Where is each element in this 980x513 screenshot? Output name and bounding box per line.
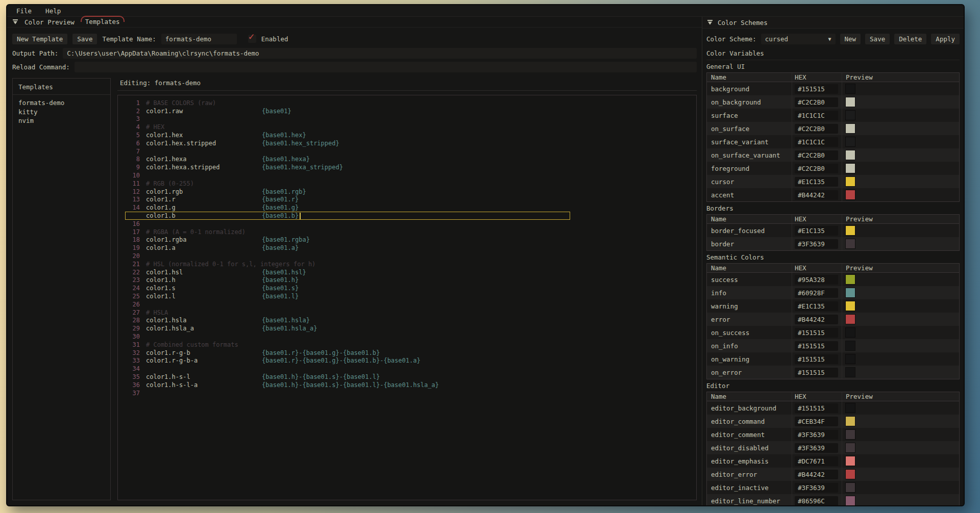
hex-input[interactable]: #95A328 bbox=[795, 275, 838, 285]
hex-input[interactable]: #151515 bbox=[795, 84, 838, 94]
color-swatch[interactable] bbox=[846, 111, 855, 120]
color-swatch[interactable] bbox=[846, 239, 855, 248]
hex-input[interactable]: #C2C2B0 bbox=[795, 124, 838, 134]
save-template-button[interactable]: Save bbox=[72, 34, 97, 44]
code-line-15[interactable]: 15color1.b{base01.b} bbox=[118, 212, 696, 220]
hex-input[interactable]: #E1C135 bbox=[795, 177, 838, 187]
color-swatch[interactable] bbox=[846, 124, 855, 133]
code-line-29[interactable]: 29color1.hsla_a{base01.hsla_a} bbox=[118, 324, 696, 332]
color-swatch[interactable] bbox=[846, 288, 855, 297]
tab-templates[interactable]: Templates bbox=[81, 17, 125, 27]
color-swatch[interactable] bbox=[846, 403, 855, 413]
code-line-31[interactable]: 31# Combined custom formats bbox=[118, 341, 696, 349]
new-template-button[interactable]: New Template bbox=[12, 34, 67, 44]
color-swatch[interactable] bbox=[846, 150, 855, 160]
code-line-25[interactable]: 25color1.l{base01.l} bbox=[118, 292, 696, 300]
code-line-19[interactable]: 19color1.a{base01.a} bbox=[118, 244, 696, 252]
template-item-kitty[interactable]: kitty bbox=[18, 108, 105, 117]
color-swatch[interactable] bbox=[846, 315, 855, 324]
hex-input[interactable]: #C2C2B0 bbox=[795, 97, 838, 107]
color-swatch[interactable] bbox=[846, 226, 855, 235]
code-line-16[interactable]: 16 bbox=[118, 220, 696, 228]
color-swatch[interactable] bbox=[846, 190, 855, 199]
code-line-11[interactable]: 11# RGB (0-255) bbox=[118, 179, 696, 188]
code-line-18[interactable]: 18color1.rgba{base01.rgba} bbox=[118, 236, 696, 244]
color-swatch[interactable] bbox=[846, 470, 855, 479]
code-line-26[interactable]: 26 bbox=[118, 300, 696, 309]
code-line-4[interactable]: 4# HEX bbox=[118, 123, 696, 131]
hex-input[interactable]: #DC7671 bbox=[795, 456, 838, 466]
hex-input[interactable]: #E1C135 bbox=[795, 226, 838, 236]
code-line-13[interactable]: 13color1.r{base01.r} bbox=[118, 196, 696, 204]
hex-input[interactable]: #1C1C1C bbox=[795, 111, 838, 120]
menu-help[interactable]: Help bbox=[45, 7, 61, 15]
code-line-22[interactable]: 22color1.hsl{base01.hsl} bbox=[118, 268, 696, 276]
code-line-10[interactable]: 10 bbox=[118, 171, 696, 179]
collapse-arrow-icon[interactable] bbox=[12, 19, 18, 25]
hex-input[interactable]: #60928F bbox=[795, 288, 838, 298]
hex-input[interactable]: #3F3639 bbox=[795, 443, 838, 453]
code-editor[interactable]: 1# BASE COLORS (raw)2color1.raw{base01}3… bbox=[117, 95, 697, 500]
hex-input[interactable]: #B44242 bbox=[795, 190, 838, 200]
hex-input[interactable]: #C2C2B0 bbox=[795, 150, 838, 160]
code-line-1[interactable]: 1# BASE COLORS (raw) bbox=[118, 99, 696, 107]
code-line-14[interactable]: 14color1.g{base01.g} bbox=[118, 203, 696, 212]
code-line-12[interactable]: 12color1.rgb{base01.rgb} bbox=[118, 188, 696, 196]
color-swatch[interactable] bbox=[846, 177, 855, 186]
color-swatch[interactable] bbox=[846, 84, 855, 93]
code-line-2[interactable]: 2color1.raw{base01} bbox=[118, 107, 696, 115]
code-line-33[interactable]: 33color1.r-g-b-a{base01.r}-{base01.g}-{b… bbox=[118, 357, 696, 365]
menu-file[interactable]: File bbox=[16, 7, 32, 15]
color-swatch[interactable] bbox=[846, 483, 855, 492]
color-swatch[interactable] bbox=[846, 368, 855, 377]
scheme-combo[interactable]: cursed ▼ bbox=[761, 34, 836, 44]
collapse-arrow-icon[interactable] bbox=[707, 19, 713, 25]
scheme-save-button[interactable]: Save bbox=[865, 34, 890, 44]
hex-input[interactable]: #E1C135 bbox=[795, 301, 838, 311]
hex-input[interactable]: #3F3639 bbox=[795, 430, 838, 440]
hex-input[interactable]: #151515 bbox=[795, 403, 838, 413]
hex-input[interactable]: #151515 bbox=[795, 341, 838, 351]
template-item-nvim[interactable]: nvim bbox=[18, 116, 105, 125]
color-swatch[interactable] bbox=[846, 275, 855, 284]
hex-input[interactable]: #86596C bbox=[795, 496, 838, 506]
code-line-3[interactable]: 3 bbox=[118, 115, 696, 123]
color-swatch[interactable] bbox=[846, 456, 855, 466]
code-line-17[interactable]: 17# RGBA (A = 0-1 normalized) bbox=[118, 228, 696, 236]
scheme-new-button[interactable]: New bbox=[840, 34, 861, 44]
template-item-formats-demo[interactable]: formats-demo bbox=[18, 98, 105, 108]
hex-input[interactable]: #151515 bbox=[795, 328, 838, 338]
scheme-apply-button[interactable]: Apply bbox=[931, 34, 960, 44]
color-swatch[interactable] bbox=[846, 164, 855, 173]
hex-input[interactable]: #B44242 bbox=[795, 470, 838, 479]
hex-input[interactable]: #3F3639 bbox=[795, 483, 838, 493]
color-swatch[interactable] bbox=[846, 443, 855, 452]
hex-input[interactable]: #151515 bbox=[795, 368, 838, 377]
code-line-21[interactable]: 21# HSL (normalized 0-1 for s,l, integer… bbox=[118, 260, 696, 268]
code-line-30[interactable]: 30 bbox=[118, 332, 696, 341]
hex-input[interactable]: #151515 bbox=[795, 354, 838, 364]
hex-input[interactable]: #CEB34F bbox=[795, 417, 838, 426]
code-line-36[interactable]: 36color1.h-s-l-a{base01.h}-{base01.s}-{b… bbox=[118, 381, 696, 389]
active-line-input[interactable]: color1.b{base01.b} bbox=[125, 212, 570, 220]
hex-input[interactable]: #B44242 bbox=[795, 315, 838, 324]
color-schemes-header[interactable]: Color Schemes bbox=[702, 17, 964, 29]
code-line-24[interactable]: 24color1.s{base01.s} bbox=[118, 284, 696, 292]
hex-input[interactable]: #C2C2B0 bbox=[795, 164, 838, 173]
scheme-delete-button[interactable]: Delete bbox=[894, 34, 926, 44]
code-line-20[interactable]: 20 bbox=[118, 252, 696, 260]
hex-input[interactable]: #3F3639 bbox=[795, 239, 838, 249]
color-swatch[interactable] bbox=[846, 430, 855, 439]
code-line-37[interactable]: 37 bbox=[118, 389, 696, 397]
reload-command-input[interactable] bbox=[75, 62, 697, 72]
color-swatch[interactable] bbox=[846, 137, 855, 146]
color-swatch[interactable] bbox=[846, 341, 855, 350]
code-line-27[interactable]: 27# HSLA bbox=[118, 309, 696, 317]
color-swatch[interactable] bbox=[846, 354, 855, 364]
code-line-32[interactable]: 32color1.r-g-b{base01.r}-{base01.g}-{bas… bbox=[118, 349, 696, 357]
output-path-input[interactable]: C:\Users\user\AppData\Roaming\clrsync\fo… bbox=[63, 48, 697, 59]
code-line-9[interactable]: 9color1.hexa.stripped{base01.hexa_stripp… bbox=[118, 163, 696, 171]
color-swatch[interactable] bbox=[846, 301, 855, 311]
code-line-5[interactable]: 5color1.hex{base01.hex} bbox=[118, 131, 696, 139]
section-color-preview[interactable]: Color Preview bbox=[24, 18, 75, 26]
